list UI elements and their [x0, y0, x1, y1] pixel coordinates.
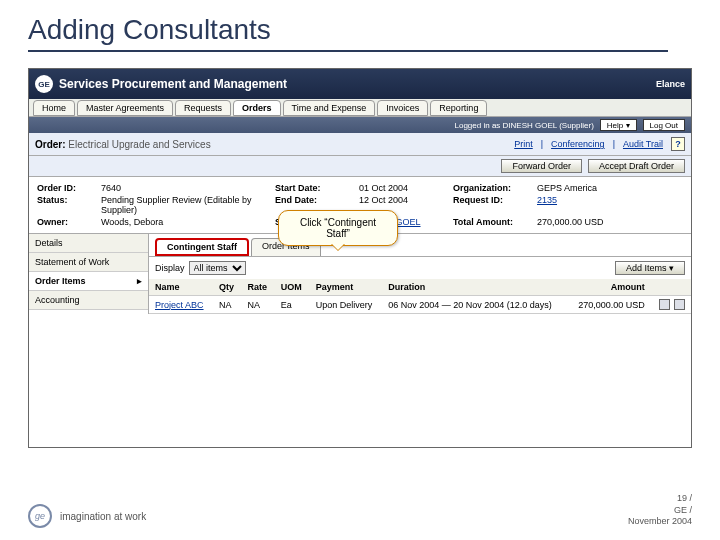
tab-reporting[interactable]: Reporting: [430, 100, 487, 116]
edit-icon[interactable]: [659, 299, 670, 310]
cell-qty: NA: [213, 296, 242, 314]
cell-amount: 270,000.00 USD: [568, 296, 651, 314]
brand-bar: GE Services Procurement and Management E…: [29, 69, 691, 99]
val-total: 270,000.00 USD: [537, 217, 657, 227]
primary-nav: Home Master Agreements Requests Orders T…: [29, 99, 691, 117]
chevron-right-icon: ▸: [137, 276, 142, 286]
val-req[interactable]: 2135: [537, 195, 657, 215]
logged-in-text: Logged in as DINESH GOEL (Supplier): [455, 121, 594, 130]
delete-icon[interactable]: [674, 299, 685, 310]
sidebar-item-details[interactable]: Details: [29, 234, 148, 253]
table-row: Project ABC NA NA Ea Upon Delivery 06 No…: [149, 296, 691, 314]
items-toolbar: Display All items Add Items ▾: [149, 257, 691, 279]
audit-trail-link[interactable]: Audit Trail: [623, 139, 663, 149]
cell-rate: NA: [242, 296, 275, 314]
ge-logo-icon: GE: [35, 75, 53, 93]
body-two-col: Details Statement of Work Order Items ▸ …: [29, 234, 691, 314]
app-window: GE Services Procurement and Management E…: [28, 68, 692, 448]
lbl-org: Organization:: [453, 183, 533, 193]
th-rate: Rate: [242, 279, 275, 296]
help-button[interactable]: Help ▾: [600, 119, 637, 131]
th-qty: Qty: [213, 279, 242, 296]
val-org: GEPS America: [537, 183, 657, 193]
sidebar-item-order-items[interactable]: Order Items ▸: [29, 272, 148, 291]
cell-duration: 06 Nov 2004 — 20 Nov 2004 (12.0 days): [382, 296, 568, 314]
cell-uom: Ea: [275, 296, 310, 314]
subtab-contingent-staff[interactable]: Contingent Staff: [155, 238, 249, 256]
instruction-callout: Click “Contingent Staff”: [278, 210, 398, 246]
tab-time-expense[interactable]: Time and Expense: [283, 100, 376, 116]
th-name: Name: [149, 279, 213, 296]
order-items-table: Name Qty Rate UOM Payment Duration Amoun…: [149, 279, 691, 314]
slide-footer: ge imagination at work: [28, 504, 146, 528]
tagline: imagination at work: [60, 511, 146, 522]
display-label: Display: [155, 263, 185, 273]
th-actions: [651, 279, 691, 296]
tab-home[interactable]: Home: [33, 100, 75, 116]
page-note: 19 / GE / November 2004: [628, 493, 692, 528]
th-duration: Duration: [382, 279, 568, 296]
val-status: Pending Supplier Review (Editable by Sup…: [101, 195, 271, 215]
val-start: 01 Oct 2004: [359, 183, 449, 193]
sidebar-item-accounting[interactable]: Accounting: [29, 291, 148, 310]
order-header: Order: Electrical Upgrade and Services P…: [29, 133, 691, 156]
display-select[interactable]: All items: [189, 261, 246, 275]
forward-order-button[interactable]: Forward Order: [501, 159, 582, 173]
tab-master-agreements[interactable]: Master Agreements: [77, 100, 173, 116]
sidebar: Details Statement of Work Order Items ▸ …: [29, 234, 149, 314]
lbl-req: Request ID:: [453, 195, 533, 215]
slide-title: Adding Consultants: [28, 14, 668, 52]
sidebar-item-sow[interactable]: Statement of Work: [29, 253, 148, 272]
ge-monogram-icon: ge: [28, 504, 52, 528]
val-order-id: 7640: [101, 183, 271, 193]
login-row: Logged in as DINESH GOEL (Supplier) Help…: [29, 117, 691, 133]
cell-actions: [651, 296, 691, 314]
order-label: Order:: [35, 139, 66, 150]
logout-button[interactable]: Log Out: [643, 119, 685, 131]
app-title: Services Procurement and Management: [59, 77, 287, 91]
vendor-name: Elance: [656, 79, 685, 89]
print-link[interactable]: Print: [514, 139, 533, 149]
add-items-button[interactable]: Add Items ▾: [615, 261, 685, 275]
main-panel: Contingent Staff Order Items Display All…: [149, 234, 691, 314]
lbl-start: Start Date:: [275, 183, 355, 193]
lbl-owner: Owner:: [37, 217, 97, 227]
help-icon[interactable]: ?: [671, 137, 685, 151]
lbl-status: Status:: [37, 195, 97, 215]
accept-draft-order-button[interactable]: Accept Draft Order: [588, 159, 685, 173]
lbl-order-id: Order ID:: [37, 183, 97, 193]
th-uom: UOM: [275, 279, 310, 296]
conferencing-link[interactable]: Conferencing: [551, 139, 605, 149]
cell-payment: Upon Delivery: [310, 296, 382, 314]
th-payment: Payment: [310, 279, 382, 296]
action-row: Forward Order Accept Draft Order: [29, 156, 691, 177]
tab-invoices[interactable]: Invoices: [377, 100, 428, 116]
lbl-total: Total Amount:: [453, 217, 533, 227]
val-owner: Woods, Debora: [101, 217, 271, 227]
subtabs: Contingent Staff Order Items: [149, 234, 691, 257]
tab-requests[interactable]: Requests: [175, 100, 231, 116]
tab-orders[interactable]: Orders: [233, 100, 281, 116]
cell-name[interactable]: Project ABC: [149, 296, 213, 314]
th-amount: Amount: [568, 279, 651, 296]
order-title: Electrical Upgrade and Services: [68, 139, 210, 150]
